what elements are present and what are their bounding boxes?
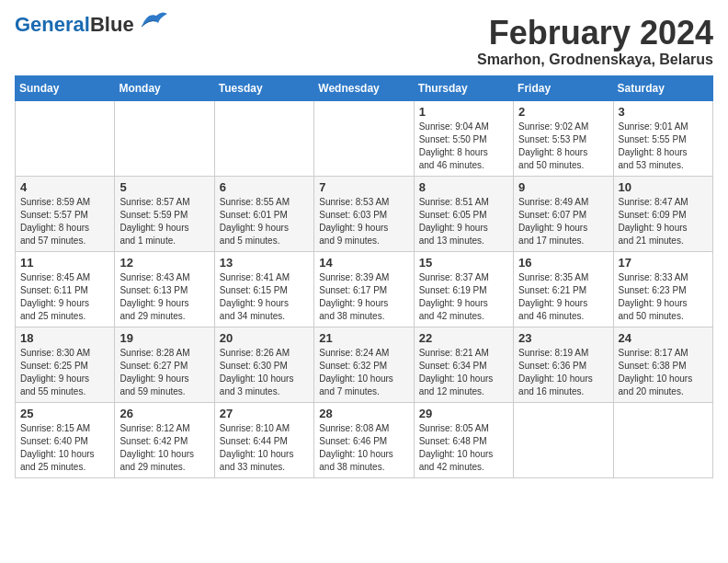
calendar-cell (115, 100, 214, 176)
day-info: Sunrise: 8:45 AM Sunset: 6:11 PM Dayligh… (20, 271, 109, 323)
logo-bird-icon (138, 10, 167, 30)
day-info: Sunrise: 9:01 AM Sunset: 5:55 PM Dayligh… (619, 121, 708, 172)
day-info: Sunrise: 8:47 AM Sunset: 6:09 PM Dayligh… (619, 196, 708, 247)
calendar-cell: 18Sunrise: 8:30 AM Sunset: 6:25 PM Dayli… (16, 327, 115, 402)
day-number: 9 (518, 180, 608, 194)
title-block: February 2024 Smarhon, Grodnenskaya, Bel… (477, 15, 713, 68)
header-cell-saturday: Saturday (613, 75, 712, 100)
calendar-cell (214, 100, 313, 176)
day-number: 19 (119, 331, 209, 345)
calendar-cell: 28Sunrise: 8:08 AM Sunset: 6:46 PM Dayli… (314, 402, 414, 477)
day-number: 5 (119, 180, 209, 194)
day-info: Sunrise: 8:10 AM Sunset: 6:44 PM Dayligh… (220, 422, 309, 474)
page-header: GeneralBlue February 2024 Smarhon, Grodn… (15, 15, 713, 68)
day-number: 4 (20, 180, 109, 194)
day-number: 21 (319, 331, 408, 345)
calendar-cell: 29Sunrise: 8:05 AM Sunset: 6:48 PM Dayli… (414, 402, 513, 477)
calendar-cell: 13Sunrise: 8:41 AM Sunset: 6:15 PM Dayli… (214, 251, 313, 327)
main-title: February 2024 (477, 15, 713, 52)
day-number: 7 (319, 180, 408, 194)
header-cell-tuesday: Tuesday (214, 75, 313, 100)
header-cell-thursday: Thursday (414, 75, 513, 100)
calendar-cell: 10Sunrise: 8:47 AM Sunset: 6:09 PM Dayli… (613, 176, 712, 251)
day-info: Sunrise: 8:05 AM Sunset: 6:48 PM Dayligh… (419, 422, 508, 474)
calendar-cell: 11Sunrise: 8:45 AM Sunset: 6:11 PM Dayli… (16, 251, 115, 327)
day-number: 25 (20, 407, 109, 420)
day-number: 24 (619, 331, 708, 345)
calendar-cell: 2Sunrise: 9:02 AM Sunset: 5:53 PM Daylig… (514, 100, 613, 176)
calendar-cell: 7Sunrise: 8:53 AM Sunset: 6:03 PM Daylig… (314, 176, 414, 251)
day-number: 2 (518, 105, 608, 119)
day-info: Sunrise: 8:08 AM Sunset: 6:46 PM Dayligh… (319, 422, 408, 474)
day-number: 22 (419, 331, 508, 345)
calendar-cell: 12Sunrise: 8:43 AM Sunset: 6:13 PM Dayli… (115, 251, 214, 327)
day-info: Sunrise: 8:37 AM Sunset: 6:19 PM Dayligh… (419, 271, 508, 323)
day-info: Sunrise: 8:21 AM Sunset: 6:34 PM Dayligh… (419, 347, 508, 398)
day-number: 23 (518, 331, 608, 345)
day-info: Sunrise: 8:51 AM Sunset: 6:05 PM Dayligh… (419, 196, 508, 247)
calendar-cell: 3Sunrise: 9:01 AM Sunset: 5:55 PM Daylig… (613, 100, 712, 176)
day-info: Sunrise: 8:24 AM Sunset: 6:32 PM Dayligh… (319, 347, 408, 398)
day-info: Sunrise: 8:39 AM Sunset: 6:17 PM Dayligh… (319, 271, 408, 323)
day-number: 10 (619, 180, 708, 194)
calendar-cell: 8Sunrise: 8:51 AM Sunset: 6:05 PM Daylig… (414, 176, 513, 251)
day-number: 3 (619, 105, 708, 119)
calendar-table: SundayMondayTuesdayWednesdayThursdayFrid… (15, 75, 713, 478)
calendar-cell: 4Sunrise: 8:59 AM Sunset: 5:57 PM Daylig… (16, 176, 115, 251)
calendar-week-row: 11Sunrise: 8:45 AM Sunset: 6:11 PM Dayli… (16, 251, 713, 327)
day-number: 16 (518, 256, 608, 270)
day-info: Sunrise: 8:33 AM Sunset: 6:23 PM Dayligh… (619, 271, 708, 323)
logo: GeneralBlue (15, 15, 167, 35)
calendar-cell: 25Sunrise: 8:15 AM Sunset: 6:40 PM Dayli… (16, 402, 115, 477)
header-cell-sunday: Sunday (16, 75, 115, 100)
calendar-cell: 21Sunrise: 8:24 AM Sunset: 6:32 PM Dayli… (314, 327, 414, 402)
day-info: Sunrise: 8:41 AM Sunset: 6:15 PM Dayligh… (220, 271, 309, 323)
calendar-cell: 14Sunrise: 8:39 AM Sunset: 6:17 PM Dayli… (314, 251, 414, 327)
calendar-cell: 19Sunrise: 8:28 AM Sunset: 6:27 PM Dayli… (115, 327, 214, 402)
header-cell-monday: Monday (115, 75, 214, 100)
calendar-week-row: 25Sunrise: 8:15 AM Sunset: 6:40 PM Dayli… (16, 402, 713, 477)
header-cell-wednesday: Wednesday (314, 75, 414, 100)
day-info: Sunrise: 8:53 AM Sunset: 6:03 PM Dayligh… (319, 196, 408, 247)
day-number: 11 (20, 256, 109, 270)
day-number: 20 (220, 331, 309, 345)
calendar-week-row: 18Sunrise: 8:30 AM Sunset: 6:25 PM Dayli… (16, 327, 713, 402)
day-info: Sunrise: 8:17 AM Sunset: 6:38 PM Dayligh… (619, 347, 708, 398)
calendar-cell: 27Sunrise: 8:10 AM Sunset: 6:44 PM Dayli… (214, 402, 313, 477)
calendar-cell: 5Sunrise: 8:57 AM Sunset: 5:59 PM Daylig… (115, 176, 214, 251)
calendar-week-row: 4Sunrise: 8:59 AM Sunset: 5:57 PM Daylig… (16, 176, 713, 251)
calendar-cell: 6Sunrise: 8:55 AM Sunset: 6:01 PM Daylig… (214, 176, 313, 251)
day-info: Sunrise: 8:26 AM Sunset: 6:30 PM Dayligh… (220, 347, 309, 398)
calendar-cell: 17Sunrise: 8:33 AM Sunset: 6:23 PM Dayli… (613, 251, 712, 327)
day-number: 17 (619, 256, 708, 270)
day-info: Sunrise: 8:28 AM Sunset: 6:27 PM Dayligh… (119, 347, 209, 398)
calendar-cell (314, 100, 414, 176)
day-number: 27 (220, 407, 309, 420)
day-info: Sunrise: 8:43 AM Sunset: 6:13 PM Dayligh… (119, 271, 209, 323)
day-number: 14 (319, 256, 408, 270)
day-info: Sunrise: 8:49 AM Sunset: 6:07 PM Dayligh… (518, 196, 608, 247)
calendar-header-row: SundayMondayTuesdayWednesdayThursdayFrid… (16, 75, 713, 100)
calendar-cell: 16Sunrise: 8:35 AM Sunset: 6:21 PM Dayli… (514, 251, 613, 327)
day-info: Sunrise: 8:15 AM Sunset: 6:40 PM Dayligh… (20, 422, 109, 474)
day-info: Sunrise: 8:12 AM Sunset: 6:42 PM Dayligh… (119, 422, 209, 474)
calendar-cell: 24Sunrise: 8:17 AM Sunset: 6:38 PM Dayli… (613, 327, 712, 402)
day-info: Sunrise: 9:02 AM Sunset: 5:53 PM Dayligh… (518, 121, 608, 172)
calendar-cell: 23Sunrise: 8:19 AM Sunset: 6:36 PM Dayli… (514, 327, 613, 402)
day-info: Sunrise: 8:57 AM Sunset: 5:59 PM Dayligh… (119, 196, 209, 247)
logo-text: GeneralBlue (15, 15, 134, 35)
calendar-cell: 20Sunrise: 8:26 AM Sunset: 6:30 PM Dayli… (214, 327, 313, 402)
day-info: Sunrise: 8:55 AM Sunset: 6:01 PM Dayligh… (220, 196, 309, 247)
calendar-cell: 1Sunrise: 9:04 AM Sunset: 5:50 PM Daylig… (414, 100, 513, 176)
calendar-cell: 22Sunrise: 8:21 AM Sunset: 6:34 PM Dayli… (414, 327, 513, 402)
calendar-cell: 15Sunrise: 8:37 AM Sunset: 6:19 PM Dayli… (414, 251, 513, 327)
day-number: 12 (119, 256, 209, 270)
day-number: 13 (220, 256, 309, 270)
day-info: Sunrise: 8:35 AM Sunset: 6:21 PM Dayligh… (518, 271, 608, 323)
calendar-cell: 9Sunrise: 8:49 AM Sunset: 6:07 PM Daylig… (514, 176, 613, 251)
calendar-body: 1Sunrise: 9:04 AM Sunset: 5:50 PM Daylig… (16, 100, 713, 477)
day-info: Sunrise: 8:30 AM Sunset: 6:25 PM Dayligh… (20, 347, 109, 398)
day-number: 8 (419, 180, 508, 194)
calendar-cell: 26Sunrise: 8:12 AM Sunset: 6:42 PM Dayli… (115, 402, 214, 477)
calendar-cell (514, 402, 613, 477)
